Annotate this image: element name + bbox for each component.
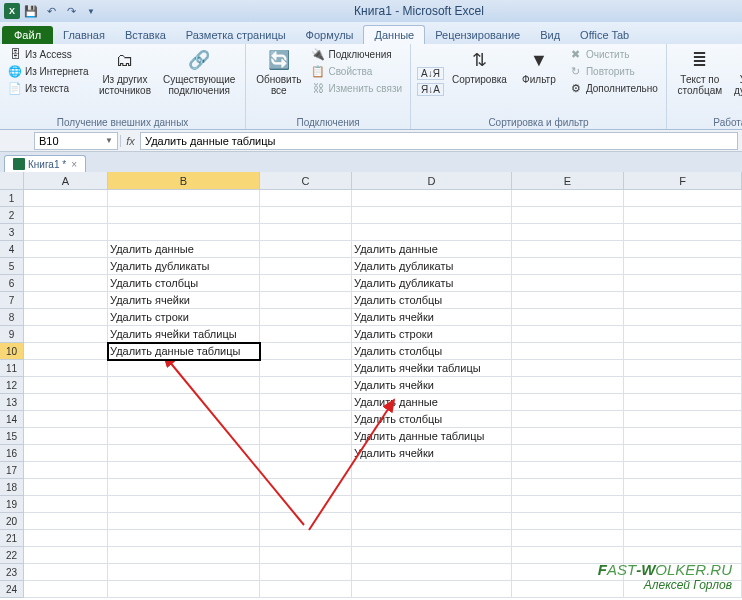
- cell[interactable]: [512, 343, 624, 360]
- other-sources-button[interactable]: 🗂Из других источников: [95, 46, 156, 116]
- file-tab[interactable]: Файл: [2, 26, 53, 44]
- cell[interactable]: [624, 462, 742, 479]
- row-header[interactable]: 24: [0, 581, 24, 598]
- cell[interactable]: Удалить данные: [352, 241, 512, 258]
- cell[interactable]: [624, 445, 742, 462]
- tab-insert[interactable]: Вставка: [115, 26, 176, 44]
- cell[interactable]: Удалить дубликаты: [108, 258, 260, 275]
- cell[interactable]: [624, 479, 742, 496]
- cell[interactable]: [108, 377, 260, 394]
- cell[interactable]: [260, 445, 352, 462]
- cell[interactable]: [108, 547, 260, 564]
- cell[interactable]: [512, 258, 624, 275]
- cell[interactable]: [260, 564, 352, 581]
- cell[interactable]: [108, 394, 260, 411]
- cell[interactable]: [260, 326, 352, 343]
- tab-review[interactable]: Рецензирование: [425, 26, 530, 44]
- cell[interactable]: [260, 190, 352, 207]
- cell[interactable]: Удалить столбцы: [352, 292, 512, 309]
- cell[interactable]: [352, 479, 512, 496]
- row-header[interactable]: 8: [0, 309, 24, 326]
- cell[interactable]: [352, 496, 512, 513]
- cell[interactable]: [352, 530, 512, 547]
- cell[interactable]: Удалить ячейки: [108, 292, 260, 309]
- cell[interactable]: [624, 309, 742, 326]
- cell[interactable]: [624, 428, 742, 445]
- cell[interactable]: [24, 207, 108, 224]
- row-header[interactable]: 17: [0, 462, 24, 479]
- row-header[interactable]: 3: [0, 224, 24, 241]
- cell[interactable]: [24, 275, 108, 292]
- cell[interactable]: [260, 207, 352, 224]
- cell[interactable]: [108, 530, 260, 547]
- row-header[interactable]: 11: [0, 360, 24, 377]
- from-access-button[interactable]: 🗄Из Access: [6, 46, 91, 62]
- cell[interactable]: [352, 564, 512, 581]
- advanced-filter-button[interactable]: ⚙Дополнительно: [567, 80, 660, 96]
- cell[interactable]: [512, 530, 624, 547]
- row-header[interactable]: 9: [0, 326, 24, 343]
- cell[interactable]: [24, 513, 108, 530]
- cell[interactable]: [624, 224, 742, 241]
- cell[interactable]: [24, 224, 108, 241]
- col-header-F[interactable]: F: [624, 172, 742, 190]
- cell[interactable]: [260, 479, 352, 496]
- cell[interactable]: [260, 241, 352, 258]
- connections-button[interactable]: 🔌Подключения: [309, 46, 404, 62]
- cell[interactable]: Удалить ячейки таблицы: [352, 360, 512, 377]
- excel-icon[interactable]: X: [4, 3, 20, 19]
- cell[interactable]: [260, 275, 352, 292]
- cell[interactable]: Удалить данные таблицы: [108, 343, 260, 360]
- cell[interactable]: [24, 343, 108, 360]
- col-header-A[interactable]: A: [24, 172, 108, 190]
- cell[interactable]: [624, 292, 742, 309]
- row-header[interactable]: 12: [0, 377, 24, 394]
- cell[interactable]: [24, 564, 108, 581]
- cell[interactable]: [512, 275, 624, 292]
- cell[interactable]: [260, 547, 352, 564]
- cell[interactable]: [108, 190, 260, 207]
- cell[interactable]: Удалить ячейки: [352, 445, 512, 462]
- cell[interactable]: Удалить ячейки таблицы: [108, 326, 260, 343]
- cell[interactable]: [24, 462, 108, 479]
- row-header[interactable]: 6: [0, 275, 24, 292]
- remove-duplicates-button[interactable]: ⧉Удалить дубликаты: [731, 46, 742, 116]
- cell[interactable]: [352, 581, 512, 598]
- cell[interactable]: [108, 479, 260, 496]
- select-all-button[interactable]: [0, 172, 24, 190]
- row-header[interactable]: 7: [0, 292, 24, 309]
- cell[interactable]: [352, 547, 512, 564]
- undo-icon[interactable]: ↶: [42, 2, 60, 20]
- cell[interactable]: [512, 462, 624, 479]
- row-header[interactable]: 5: [0, 258, 24, 275]
- cell[interactable]: [512, 292, 624, 309]
- cell[interactable]: [24, 377, 108, 394]
- cell[interactable]: [352, 462, 512, 479]
- cell[interactable]: [624, 343, 742, 360]
- existing-connections-button[interactable]: 🔗Существующие подключения: [159, 46, 239, 116]
- tab-data[interactable]: Данные: [363, 25, 425, 44]
- cell[interactable]: Удалить данные: [108, 241, 260, 258]
- cell[interactable]: [260, 581, 352, 598]
- tab-view[interactable]: Вид: [530, 26, 570, 44]
- cell[interactable]: [352, 224, 512, 241]
- cell[interactable]: [512, 207, 624, 224]
- cell[interactable]: [260, 343, 352, 360]
- tab-office[interactable]: Office Tab: [570, 26, 639, 44]
- cell[interactable]: Удалить столбцы: [108, 275, 260, 292]
- cell[interactable]: [24, 292, 108, 309]
- cell[interactable]: Удалить дубликаты: [352, 275, 512, 292]
- row-header[interactable]: 20: [0, 513, 24, 530]
- cells-area[interactable]: Удалить данныеУдалить данныеУдалить дубл…: [24, 190, 742, 598]
- cell[interactable]: [512, 428, 624, 445]
- cell[interactable]: [108, 207, 260, 224]
- cell[interactable]: [512, 326, 624, 343]
- cell[interactable]: [624, 258, 742, 275]
- fx-button[interactable]: fx: [120, 135, 140, 147]
- workbook-tab[interactable]: Книга1 * ×: [4, 155, 86, 172]
- tab-formulas[interactable]: Формулы: [296, 26, 364, 44]
- cell[interactable]: [352, 513, 512, 530]
- cell[interactable]: [24, 394, 108, 411]
- cell[interactable]: [624, 207, 742, 224]
- row-header[interactable]: 19: [0, 496, 24, 513]
